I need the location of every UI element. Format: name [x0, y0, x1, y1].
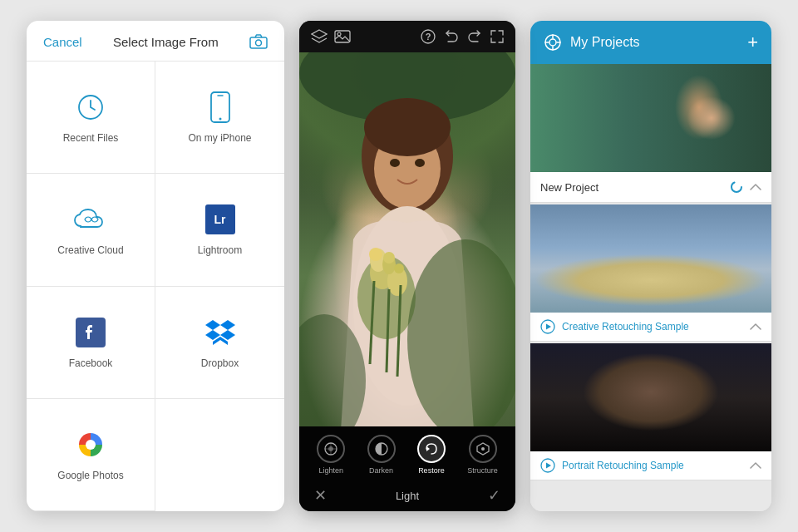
svg-rect-40 — [589, 122, 655, 168]
facebook-label: Facebook — [69, 357, 113, 369]
source-google-photos[interactable]: Google Photos — [27, 399, 155, 511]
label-left: Creative Retouching Sample — [540, 319, 689, 334]
google-photos-icon — [74, 428, 107, 461]
structure-label: Structure — [467, 466, 498, 475]
svg-point-69 — [658, 372, 694, 435]
source-creative-cloud[interactable]: Creative Cloud — [27, 174, 155, 286]
svg-rect-52 — [530, 204, 771, 254]
iphone-label: On my iPhone — [188, 132, 251, 144]
layers-icon[interactable] — [311, 29, 328, 44]
lightroom-icon: Lr — [204, 203, 237, 236]
dropbox-label: Dropbox — [201, 357, 239, 369]
svg-point-15 — [364, 98, 451, 156]
svg-point-66 — [634, 389, 646, 397]
svg-point-70 — [597, 343, 705, 381]
portrait-retouching-label[interactable]: Portrait Retouching Sample — [530, 451, 771, 480]
restore-tool[interactable]: Restore — [417, 435, 446, 475]
undo-icon[interactable] — [444, 30, 459, 43]
portrait-retouching-name: Portrait Retouching Sample — [562, 460, 684, 471]
svg-point-7 — [86, 440, 96, 450]
my-projects-panel: My Projects + — [530, 21, 771, 511]
app-container: Cancel Select Image From Recen — [0, 0, 798, 532]
svg-text:?: ? — [426, 32, 431, 42]
toolbar-left — [311, 29, 351, 44]
source-facebook[interactable]: Facebook — [27, 287, 155, 399]
toolbar-right: ? — [421, 29, 504, 44]
projects-icon — [544, 33, 562, 52]
restore-label: Restore — [418, 466, 445, 475]
svg-point-56 — [618, 270, 655, 277]
panel-title: Select Image From — [113, 35, 219, 49]
photo-editor-panel: ? — [299, 21, 515, 511]
dropbox-icon — [204, 316, 237, 349]
svg-point-31 — [328, 446, 333, 451]
portrait-retouching-image — [530, 343, 771, 451]
svg-rect-8 — [335, 31, 350, 42]
cancel-button[interactable]: Cancel — [43, 35, 82, 49]
restore-icon — [417, 435, 446, 463]
svg-rect-51 — [530, 204, 771, 313]
editor-bottom-controls: Lighten Darken — [299, 426, 515, 511]
play-icon — [540, 319, 555, 334]
svg-marker-59 — [546, 324, 551, 330]
svg-point-55 — [597, 272, 630, 278]
redo-icon[interactable] — [467, 30, 482, 43]
svg-point-27 — [394, 264, 404, 273]
svg-point-34 — [481, 447, 485, 451]
svg-point-68 — [641, 404, 661, 412]
new-project-image — [530, 64, 771, 172]
svg-point-41 — [682, 70, 719, 116]
cancel-edit-button[interactable]: ✕ — [314, 486, 327, 505]
expand-icon[interactable] — [490, 30, 504, 43]
label-left-2: Portrait Retouching Sample — [540, 458, 684, 473]
source-lightroom[interactable]: Lr Lightroom — [155, 174, 284, 286]
structure-tool[interactable]: Structure — [467, 435, 498, 475]
select-image-panel: Cancel Select Image From Recen — [27, 21, 284, 511]
image-icon[interactable] — [334, 30, 351, 43]
new-project-section: New Project — [530, 64, 771, 203]
loading-spinner — [730, 180, 743, 194]
new-project-text: New Project — [540, 181, 598, 194]
lightroom-label: Lightroom — [198, 244, 242, 256]
creative-cloud-icon — [74, 203, 107, 236]
svg-point-67 — [656, 389, 667, 397]
svg-point-64 — [622, 365, 680, 435]
creative-retouching-section: Creative Retouching Sample — [530, 204, 771, 342]
source-recent-files[interactable]: Recent Files — [27, 62, 155, 174]
header-left: My Projects — [544, 33, 640, 52]
tool-buttons: Lighten Darken — [306, 435, 509, 475]
lighten-tool[interactable]: Lighten — [317, 435, 345, 475]
help-icon[interactable]: ? — [421, 29, 436, 44]
photo-area — [299, 52, 515, 426]
darken-label: Darken — [369, 466, 393, 475]
source-grid: Recent Files On my iPhone — [27, 62, 284, 511]
creative-retouching-label[interactable]: Creative Retouching Sample — [530, 313, 771, 342]
source-iphone[interactable]: On my iPhone — [155, 62, 284, 174]
new-project-row[interactable]: New Project — [530, 172, 771, 203]
darken-tool[interactable]: Darken — [367, 435, 396, 475]
svg-point-63 — [601, 343, 701, 410]
source-dropbox[interactable]: Dropbox — [155, 287, 284, 399]
add-project-button[interactable]: + — [747, 32, 758, 53]
svg-point-25 — [369, 248, 382, 261]
panel-header: Cancel Select Image From — [27, 21, 284, 62]
svg-point-61 — [576, 343, 726, 451]
lighten-label: Lighten — [318, 466, 343, 475]
svg-point-36 — [549, 39, 556, 46]
mode-label: Light — [396, 490, 419, 502]
creative-retouching-name: Creative Retouching Sample — [562, 321, 689, 332]
svg-marker-33 — [426, 446, 430, 451]
svg-point-44 — [686, 111, 716, 131]
chevron-up-icon-2 — [750, 323, 761, 331]
svg-rect-60 — [530, 343, 771, 451]
svg-rect-37 — [530, 64, 771, 172]
svg-point-26 — [383, 252, 395, 264]
svg-point-48 — [713, 97, 771, 172]
svg-rect-39 — [589, 72, 655, 114]
editor-toolbar: ? — [299, 21, 515, 52]
darken-icon — [367, 435, 396, 463]
confirm-edit-button[interactable]: ✓ — [488, 486, 500, 505]
camera-icon[interactable] — [249, 34, 268, 49]
lighten-icon — [317, 435, 345, 463]
projects-header: My Projects + — [530, 21, 771, 64]
